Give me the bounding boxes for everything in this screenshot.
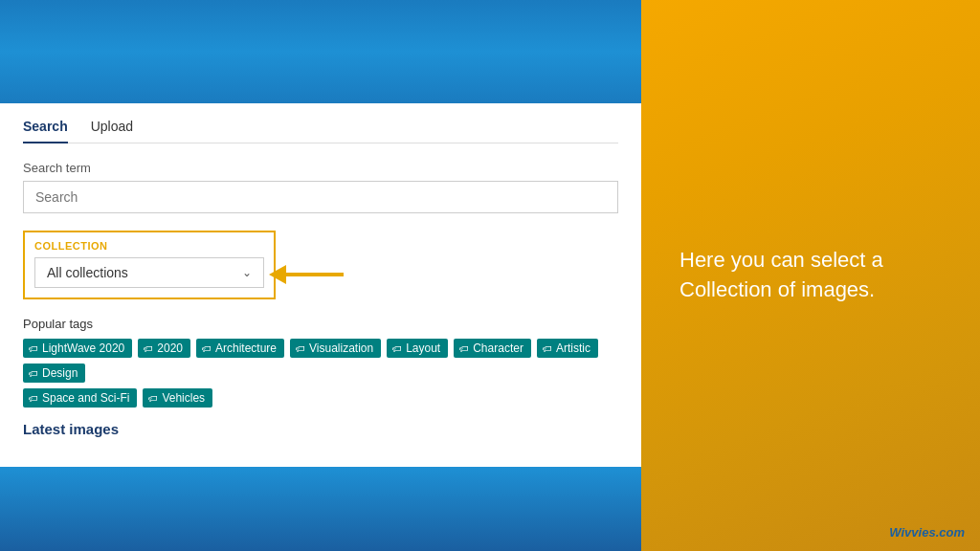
tag-icon: 🏷 [148, 393, 158, 404]
arrow-indicator [270, 265, 344, 284]
chevron-down-icon: ⌄ [242, 266, 252, 279]
right-content: Here you can select a Collection of imag… [641, 0, 980, 551]
tags-row-1: 🏷LightWave 2020 🏷2020 🏷Architecture 🏷Vis… [23, 339, 618, 383]
tab-search[interactable]: Search [23, 119, 68, 143]
bottom-blue-banner [0, 467, 641, 551]
tag-icon: 🏷 [202, 343, 212, 354]
arrow-head-icon [269, 265, 286, 284]
tag-icon: 🏷 [29, 368, 38, 379]
collection-box: Collection All collections ⌄ [23, 231, 276, 299]
right-panel: Here you can select a Collection of imag… [641, 0, 980, 551]
collection-selected-value: All collections [47, 265, 242, 280]
tag-character[interactable]: 🏷Character [454, 339, 531, 358]
popular-tags-label: Popular tags [23, 317, 618, 331]
tooltip-text: Here you can select a Collection of imag… [679, 246, 942, 305]
tag-icon: 🏷 [392, 343, 402, 354]
tags-row-2: 🏷Space and Sci-Fi 🏷Vehicles [23, 388, 618, 408]
tag-design[interactable]: 🏷Design [23, 364, 85, 383]
tag-architecture[interactable]: 🏷Architecture [196, 339, 284, 358]
top-blue-banner [0, 0, 641, 103]
tag-2020[interactable]: 🏷2020 [138, 339, 190, 358]
tag-layout[interactable]: 🏷Layout [387, 339, 448, 358]
collection-dropdown[interactable]: All collections ⌄ [34, 257, 264, 288]
latest-images-label: Latest images [23, 421, 618, 437]
tabs-bar: Search Upload [23, 119, 618, 143]
tag-icon: 🏷 [29, 343, 38, 354]
tag-vehicles[interactable]: 🏷Vehicles [143, 388, 212, 408]
tag-icon: 🏷 [543, 343, 552, 354]
tag-visualization[interactable]: 🏷Visualization [290, 339, 381, 358]
arrow-line [286, 273, 344, 276]
tag-icon: 🏷 [29, 393, 38, 404]
watermark: Wivvies.com [889, 525, 965, 540]
tag-icon: 🏷 [144, 343, 153, 354]
collection-wrapper: Collection All collections ⌄ [23, 231, 618, 299]
tag-lightwave2020[interactable]: 🏷LightWave 2020 [23, 339, 132, 358]
tag-icon: 🏷 [296, 343, 305, 354]
tag-space-scifi[interactable]: 🏷Space and Sci-Fi [23, 388, 137, 408]
search-input[interactable] [23, 181, 618, 213]
search-term-label: Search term [23, 161, 618, 175]
tag-icon: 🏷 [459, 343, 469, 354]
content-area: Search Upload Search term Collection All… [0, 103, 641, 467]
tag-artistic[interactable]: 🏷Artistic [537, 339, 598, 358]
left-panel: Search Upload Search term Collection All… [0, 0, 641, 551]
tab-upload[interactable]: Upload [91, 119, 133, 143]
collection-label: Collection [34, 240, 264, 252]
search-field-wrapper: Search term [23, 161, 618, 213]
